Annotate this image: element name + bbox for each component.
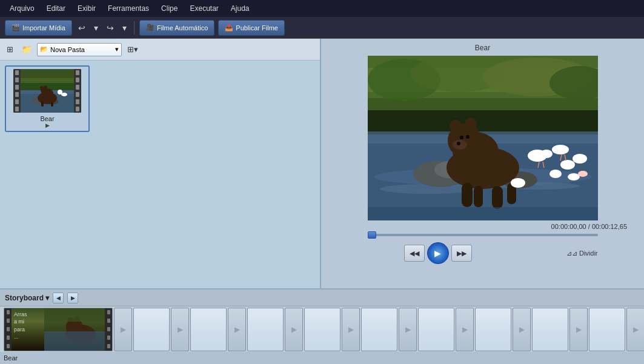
preview-scrubber[interactable] [368,234,598,236]
storyboard-prev-btn[interactable]: ◀ [53,293,64,303]
svg-point-35 [450,120,462,132]
rewind-button[interactable]: ◀◀ [404,245,425,262]
transition-frame-2[interactable]: ▶ [171,308,189,351]
transition-frame-1[interactable]: ▶ [114,308,132,351]
empty-frame-8[interactable] [532,308,568,351]
preview-video [368,56,598,220]
transition-frame-8[interactable]: ▶ [513,308,531,351]
transition-frame-10[interactable]: ▶ [626,308,644,351]
transition-frame-9[interactable]: ▶ [569,308,588,351]
scrubber-track[interactable] [368,234,598,236]
empty-frame-7[interactable] [475,308,511,351]
svg-point-47 [552,145,569,154]
bear-thumbnail [13,69,81,113]
menu-executar[interactable]: Executar [185,2,223,15]
svg-rect-11 [51,102,53,107]
svg-point-57 [578,171,588,177]
svg-point-50 [560,160,575,170]
bear-frame-video: Arrasa mipara... [12,308,105,351]
media-grid: Bear ▶ [0,61,320,288]
redo-button[interactable]: ↪ [104,22,116,34]
svg-rect-65 [44,331,105,351]
svg-rect-58 [368,207,598,220]
rewind-icon: ◀◀ [410,250,419,257]
publish-icon: 📤 [225,24,233,31]
view-toggle-btn[interactable]: ⊞ [4,43,16,56]
transition-arrow-9: ▶ [576,325,582,334]
menu-ajuda[interactable]: Ajuda [226,2,254,15]
menu-editar[interactable]: Editar [42,2,70,15]
svg-point-8 [40,86,44,90]
svg-rect-41 [462,183,473,207]
divider-1 [134,21,134,35]
storyboard-toolbar: Storyboard ▾ ◀ ▶ [0,290,644,306]
menu-clipe[interactable]: Clipe [156,2,182,15]
undo-button[interactable]: ↩ [76,22,88,34]
svg-point-40 [466,135,470,139]
svg-rect-42 [492,186,503,209]
bear-clip-frame[interactable]: Arrasa mipara... [4,308,113,351]
svg-point-46 [540,150,553,158]
storyboard-next-btn[interactable]: ▶ [67,293,78,303]
storyboard-frames: Arrasa mipara... [0,306,644,352]
empty-frame-9[interactable] [589,308,625,351]
transition-frame-4[interactable]: ▶ [285,308,303,351]
empty-frame-2[interactable] [190,308,227,351]
undo-dropdown[interactable]: ▾ [91,22,101,34]
preview-time: 00:00:00,00 / 00:00:12,65 [551,223,627,230]
menu-ferramentas[interactable]: Ferramentas [103,2,154,15]
split-button[interactable]: ⊿⊿ Dividir [566,250,598,257]
right-strip [105,308,112,351]
right-panel: Bear [321,39,644,288]
play-button[interactable]: ▶ [427,242,449,264]
transition-frame-5[interactable]: ▶ [342,308,360,351]
transition-frame-7[interactable]: ▶ [456,308,474,351]
film-strip-left [13,69,21,113]
folder-dropdown-arrow: ▾ [115,45,119,53]
empty-frame-3[interactable] [247,308,284,351]
bear-clip-label: Bear [4,354,18,362]
import-media-button[interactable]: 🎬 Importar Mídia [5,20,72,36]
storyboard-dropdown-arrow[interactable]: ▾ [45,294,49,302]
publish-film-button[interactable]: 📤 Publicar Filme [218,20,285,36]
empty-frame-1[interactable] [133,308,170,351]
empty-frame-6[interactable] [418,308,454,351]
folder-btn[interactable]: 📁 [19,43,35,56]
storyboard-label: Storyboard ▾ [5,294,49,302]
film-strip-right [74,69,81,113]
svg-point-39 [460,136,463,139]
redo-dropdown[interactable]: ▾ [120,22,129,34]
menu-exibir[interactable]: Exibir [73,2,101,15]
svg-rect-43 [474,186,483,207]
empty-frame-4[interactable] [304,308,340,351]
bear-scene-svg [21,69,74,113]
play-icon: ▶ [434,248,441,258]
auto-movie-button[interactable]: 🎥 Filme Automático [139,20,214,36]
storyboard-bear-svg [44,308,105,351]
playback-controls: ◀◀ ▶ ▶▶ [404,242,472,264]
transition-arrow-2: ▶ [178,325,183,334]
bear-frame-text: Arrasa mipara... [14,311,27,341]
preview-bear-scene [368,56,598,220]
scrubber-thumb[interactable] [368,231,376,239]
transition-arrow-3: ▶ [234,325,240,334]
media-item-bear[interactable]: Bear ▶ [5,65,90,132]
bear-label: Bear [40,115,54,122]
svg-point-49 [549,170,562,178]
folder-select[interactable]: 📂 Nova Pasta ▾ [37,43,122,56]
grid-view-btn[interactable]: ⊞▾ [124,43,141,56]
play-indicator: ▶ [45,122,50,128]
transition-frame-6[interactable]: ▶ [399,308,417,351]
transition-arrow-10: ▶ [633,325,639,334]
menu-arquivo[interactable]: Arquivo [5,2,39,15]
empty-frame-5[interactable] [361,308,397,351]
bear-frame-inner: Arrasa mipara... [4,308,112,351]
transition-arrow-6: ▶ [405,325,411,334]
svg-point-9 [44,85,47,89]
main-area: ⊞ 📁 📂 Nova Pasta ▾ ⊞▾ [0,39,644,288]
transition-arrow-5: ▶ [348,325,354,334]
transition-frame-3[interactable]: ▶ [228,308,246,351]
clip-label-bar: Bear [0,352,644,364]
fast-forward-button[interactable]: ▶▶ [451,245,472,262]
auto-movie-icon: 🎥 [146,24,154,31]
